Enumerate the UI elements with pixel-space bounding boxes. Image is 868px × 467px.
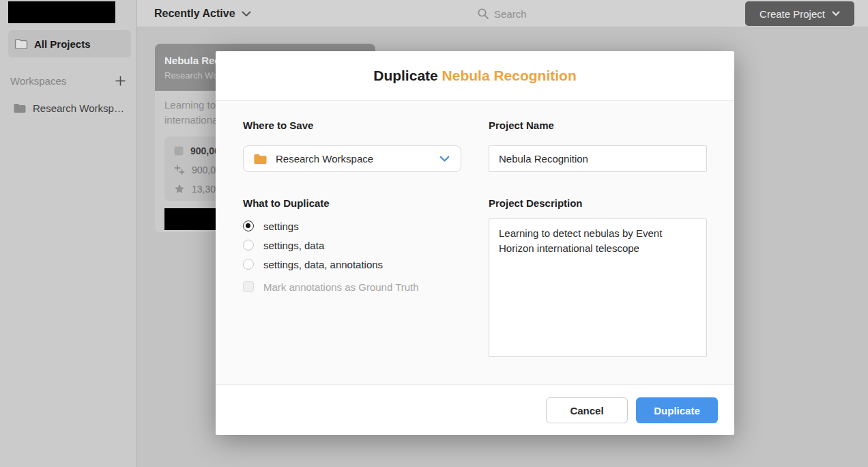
sidebar-item-all-projects[interactable]: All Projects xyxy=(8,30,131,57)
search-icon xyxy=(477,8,489,20)
modal-header: Duplicate Nebula Recognition xyxy=(216,51,734,101)
app-root: Recently Active Create Project All Proje… xyxy=(0,0,868,467)
ground-truth-checkbox-row: Mark annotations as Ground Truth xyxy=(243,280,419,294)
sidebar: All Projects Workspaces Research Workspa… xyxy=(0,0,137,467)
search-input[interactable] xyxy=(494,8,617,20)
folder-orange-icon xyxy=(253,153,267,165)
add-workspace-icon[interactable] xyxy=(115,75,126,87)
project-name-label: Project Name xyxy=(489,119,554,131)
workspace-item-label: Research Workspace xyxy=(33,102,127,114)
topbar: Recently Active Create Project xyxy=(137,0,868,27)
workspace-select[interactable]: Research Workspace xyxy=(243,145,461,172)
project-description-textarea[interactable]: Learning to detect nebulas by Event Hori… xyxy=(489,218,707,357)
duplicate-project-modal: Duplicate Nebula Recognition Where to Sa… xyxy=(216,51,734,435)
radio-unselected-icon[interactable] xyxy=(243,240,254,251)
ground-truth-checkbox-label: Mark annotations as Ground Truth xyxy=(263,281,419,293)
modal-title-prefix: Duplicate xyxy=(373,68,442,83)
radio-option-settings-data[interactable]: settings, data xyxy=(243,238,324,252)
all-projects-label: All Projects xyxy=(34,38,91,50)
modal-footer: Cancel Duplicate xyxy=(216,384,734,435)
workspace-select-value: Research Workspace xyxy=(276,153,431,165)
clone-plus-icon xyxy=(174,165,185,175)
workspaces-section-header: Workspaces xyxy=(10,74,126,87)
modal-title-project-name: Nebula Recognition xyxy=(442,68,577,83)
radio-unselected-icon[interactable] xyxy=(243,259,254,270)
chevron-down-icon xyxy=(242,11,251,17)
radio-option-label: settings, data xyxy=(263,240,324,251)
duplicate-button[interactable]: Duplicate xyxy=(636,397,718,423)
project-description-label: Project Description xyxy=(489,197,583,209)
folder-outline-icon xyxy=(14,38,28,50)
checkbox-disabled-icon xyxy=(243,281,254,292)
chevron-down-icon xyxy=(832,11,840,16)
sort-label: Recently Active xyxy=(154,8,235,20)
sort-dropdown[interactable]: Recently Active xyxy=(154,0,251,27)
cancel-button[interactable]: Cancel xyxy=(546,397,628,423)
modal-title: Duplicate Nebula Recognition xyxy=(373,68,577,84)
project-name-input[interactable] xyxy=(489,145,707,172)
search-box xyxy=(477,0,617,27)
chevron-down-icon xyxy=(439,156,450,162)
where-to-save-label: Where to Save xyxy=(243,119,313,131)
sidebar-item-research-workspace[interactable]: Research Workspace xyxy=(8,100,134,116)
app-logo xyxy=(8,1,115,23)
radio-selected-icon[interactable] xyxy=(243,221,254,231)
star-icon xyxy=(174,184,185,195)
radio-option-settings[interactable]: settings xyxy=(243,219,299,233)
radio-option-label: settings, data, annotations xyxy=(263,259,383,270)
radio-option-label: settings xyxy=(263,221,299,232)
create-project-label: Create Project xyxy=(760,8,825,20)
radio-option-settings-data-annotations[interactable]: settings, data, annotations xyxy=(243,257,383,271)
dataset-square-icon xyxy=(174,146,184,156)
what-to-duplicate-label: What to Duplicate xyxy=(243,197,330,209)
create-project-button[interactable]: Create Project xyxy=(745,1,854,26)
folder-filled-icon xyxy=(13,102,27,114)
workspaces-label: Workspaces xyxy=(10,75,66,87)
